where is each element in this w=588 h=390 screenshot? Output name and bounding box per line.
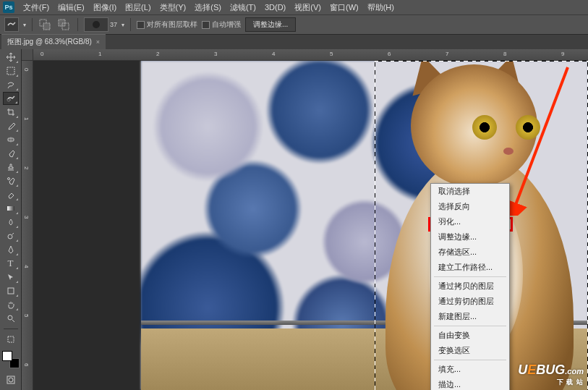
svg-rect-5 bbox=[7, 67, 14, 75]
quick-select-tool[interactable] bbox=[3, 92, 19, 105]
menu-select[interactable]: 选择(S) bbox=[190, 1, 226, 14]
brush-tool[interactable] bbox=[3, 147, 19, 160]
options-bar: ▾ 37 ▾ 对所有图层取样 自动增强 调整边缘... bbox=[0, 14, 588, 35]
context-menu-item[interactable]: 描边... bbox=[431, 377, 509, 390]
menu-layer[interactable]: 图层(L) bbox=[121, 1, 155, 14]
context-menu-item[interactable]: 选择反向 bbox=[431, 199, 509, 214]
svg-rect-9 bbox=[7, 206, 14, 211]
hand-tool[interactable] bbox=[3, 298, 19, 311]
dodge-tool[interactable] bbox=[3, 229, 19, 242]
svg-point-15 bbox=[9, 378, 13, 382]
auto-enhance-checkbox[interactable]: 自动增强 bbox=[202, 20, 241, 30]
context-menu-item[interactable]: 存储选区... bbox=[431, 245, 509, 260]
context-menu-item[interactable]: 自由变换 bbox=[431, 328, 509, 343]
auto-enhance-label: 自动增强 bbox=[212, 20, 241, 30]
document-tab-bar: 抠图.jpg @ 68.3%(RGB/8) × bbox=[0, 35, 588, 49]
context-menu-separator bbox=[434, 360, 506, 360]
history-brush-tool[interactable] bbox=[3, 174, 19, 187]
context-menu-separator bbox=[434, 276, 506, 277]
context-menu-item[interactable]: 调整边缘... bbox=[431, 229, 509, 245]
ruler-corner bbox=[22, 49, 33, 61]
menu-help[interactable]: 帮助(H) bbox=[363, 1, 399, 14]
document-tab[interactable]: 抠图.jpg @ 68.3%(RGB/8) × bbox=[1, 34, 106, 49]
context-menu-item[interactable]: 建立工作路径... bbox=[431, 260, 509, 275]
svg-point-4 bbox=[93, 21, 100, 28]
blur-tool[interactable] bbox=[3, 216, 19, 229]
context-menu-item[interactable]: 新建图层... bbox=[431, 309, 509, 324]
watermark: UEBUG.com 下 载 站 bbox=[518, 363, 584, 387]
menu-filter[interactable]: 滤镜(T) bbox=[226, 1, 260, 14]
svg-point-8 bbox=[7, 178, 9, 180]
menu-window[interactable]: 窗口(W) bbox=[325, 1, 363, 14]
context-menu: 取消选择选择反向羽化...调整边缘...存储选区...建立工作路径...通过拷贝… bbox=[430, 183, 510, 390]
context-menu-item[interactable]: 变换选区 bbox=[431, 343, 509, 358]
close-tab-icon[interactable]: × bbox=[96, 38, 100, 46]
marquee-tool[interactable] bbox=[3, 64, 19, 77]
document-tab-title: 抠图.jpg @ 68.3%(RGB/8) bbox=[7, 37, 92, 47]
quick-mask-icon[interactable] bbox=[3, 373, 19, 386]
eraser-tool[interactable] bbox=[3, 188, 19, 201]
svg-rect-13 bbox=[8, 336, 14, 342]
context-menu-item[interactable]: 通过拷贝的图层 bbox=[431, 279, 509, 294]
active-tool-icon[interactable] bbox=[4, 17, 19, 32]
image-content bbox=[141, 61, 588, 390]
app-root: Ps 文件(F) 编辑(E) 图像(I) 图层(L) 类型(Y) 选择(S) 滤… bbox=[0, 0, 588, 390]
shape-tool[interactable] bbox=[3, 284, 19, 297]
pen-tool[interactable] bbox=[3, 243, 19, 256]
brush-preset-icon[interactable] bbox=[84, 17, 108, 32]
path-select-tool[interactable] bbox=[3, 271, 19, 284]
lasso-tool[interactable] bbox=[3, 78, 19, 91]
edit-mode-icon[interactable] bbox=[3, 333, 19, 346]
toolbox: T bbox=[0, 49, 22, 390]
dropdown-arrow-icon[interactable]: ▾ bbox=[23, 22, 26, 28]
crop-tool[interactable] bbox=[3, 106, 19, 119]
menu-bar: Ps 文件(F) 编辑(E) 图像(I) 图层(L) 类型(Y) 选择(S) 滤… bbox=[0, 0, 588, 14]
context-menu-item[interactable]: 羽化... bbox=[431, 214, 509, 229]
svg-point-10 bbox=[8, 234, 12, 239]
context-menu-item[interactable]: 取消选择 bbox=[431, 184, 509, 199]
svg-point-12 bbox=[8, 315, 12, 320]
brush-dropdown-icon[interactable]: ▾ bbox=[122, 22, 124, 28]
menu-view[interactable]: 视图(V) bbox=[290, 1, 325, 14]
svg-rect-1 bbox=[43, 23, 50, 30]
svg-rect-11 bbox=[8, 288, 14, 294]
horizontal-ruler[interactable]: 0 1 2 3 4 5 6 7 8 9 bbox=[33, 49, 588, 61]
sample-all-layers-label: 对所有图层取样 bbox=[147, 20, 197, 30]
context-menu-separator bbox=[434, 326, 506, 326]
add-to-selection-icon[interactable] bbox=[38, 18, 51, 31]
subtract-from-selection-icon[interactable] bbox=[57, 18, 70, 31]
menu-image[interactable]: 图像(I) bbox=[89, 1, 121, 14]
vertical-ruler[interactable]: 0 1 2 3 4 5 6 7 bbox=[22, 61, 33, 390]
main-area: T 0 1 2 3 4 5 6 7 bbox=[0, 49, 588, 390]
context-menu-item[interactable]: 填充... bbox=[431, 362, 509, 377]
context-menu-item[interactable]: 通过剪切的图层 bbox=[431, 294, 509, 309]
foreground-color-icon[interactable] bbox=[2, 351, 12, 361]
sample-all-layers-checkbox[interactable]: 对所有图层取样 bbox=[137, 20, 197, 30]
menu-type[interactable]: 类型(Y) bbox=[155, 1, 191, 14]
gradient-tool[interactable] bbox=[3, 202, 19, 215]
menu-3d[interactable]: 3D(D) bbox=[260, 1, 290, 13]
move-tool[interactable] bbox=[3, 51, 19, 64]
heal-tool[interactable] bbox=[3, 133, 19, 146]
color-swatch[interactable] bbox=[2, 351, 20, 368]
stamp-tool[interactable] bbox=[3, 161, 19, 174]
zoom-tool[interactable] bbox=[3, 312, 19, 325]
menu-edit[interactable]: 编辑(E) bbox=[54, 1, 89, 14]
refine-edge-button[interactable]: 调整边缘... bbox=[245, 17, 296, 32]
menu-file[interactable]: 文件(F) bbox=[19, 1, 54, 14]
eyedropper-tool[interactable] bbox=[3, 119, 19, 132]
ps-logo-icon: Ps bbox=[3, 1, 14, 13]
brush-size-label: 37 bbox=[110, 21, 117, 28]
type-tool[interactable]: T bbox=[3, 257, 19, 270]
